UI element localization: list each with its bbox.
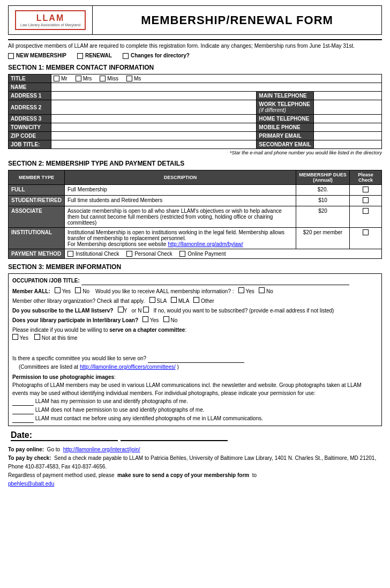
aall-yes-cb[interactable] (55, 287, 61, 293)
photo-opt1-text: LLAM has my permission to use and identi… (35, 398, 188, 404)
logo: LLAM Law Library Association of Maryland (15, 10, 86, 30)
member-aall-label: Member AALL: (12, 288, 50, 294)
il-no-cb[interactable] (163, 316, 169, 322)
aall-no-cb[interactable] (75, 287, 81, 293)
aall-question: Would you like to receive AALL membershi… (95, 288, 234, 294)
aall-rcv-no: No (266, 288, 273, 294)
other-label: Other (201, 298, 214, 304)
secondary-email-label: SECONDARY EMAIL (257, 140, 313, 149)
zip-input[interactable] (51, 132, 257, 140)
il-yes-label: Yes (150, 317, 159, 323)
address3-input[interactable] (51, 115, 257, 123)
section2-title: SECTION 2: MEMBERSHIP TYPE AND PAYMENT D… (8, 160, 382, 167)
to-text: to (252, 472, 257, 478)
committee-yes-label: Yes (20, 335, 28, 341)
listserv-y-cb[interactable] (118, 307, 124, 312)
col-check: Please Check (350, 170, 382, 185)
changes-checkbox[interactable]: Changes for directory? (123, 52, 190, 59)
aall-rcv-no-cb[interactable] (259, 287, 265, 293)
logo-box: LLAM Law Library Association of Maryland (9, 6, 93, 34)
renewal-checkbox[interactable]: RENEWAL (77, 52, 112, 59)
occupation-row: OCCUPATION /JOB TITLE: (12, 277, 378, 285)
address3-row: ADDRESS 3 HOME TELEPHONE (9, 115, 382, 123)
address1-label: ADDRESS 1 (9, 92, 51, 100)
full-check[interactable] (350, 185, 382, 196)
institutional-desc: Institutional Membership is open to inst… (64, 228, 296, 249)
committee-not-cb[interactable] (34, 334, 40, 340)
aall-no-label: No (82, 288, 89, 294)
photo-opt3-line[interactable] (12, 414, 34, 423)
home-tel-label: HOME TELEPHONE (257, 115, 313, 123)
address3-label: ADDRESS 3 (9, 115, 51, 123)
address1-row: ADDRESS 1 MAIN TELEPHONE (9, 92, 382, 100)
section1-title: SECTION 1: MEMBER CONTACT INFORMATION (8, 64, 382, 71)
title-options: Mr Mrs Miss Ms (54, 76, 379, 81)
full-row: FULL Full Membership $20. (9, 185, 382, 196)
work-tel-label: WORK TELEPHONE (if different) (257, 100, 313, 115)
listserv-n-cb[interactable] (143, 307, 149, 312)
photo-title: Permission to use photographic images (12, 374, 114, 380)
contact-table: TITLE Mr Mrs Miss Ms NAME ADDRESS 1 MAIN… (8, 74, 382, 149)
institutional-check[interactable] (350, 228, 382, 249)
committees-note: (Committees are listed at http://llamonl… (12, 364, 179, 370)
home-tel-input[interactable] (313, 115, 381, 123)
secondary-email-input[interactable] (313, 140, 381, 149)
town-row: TOWN/CITY MOBILE PHONE (9, 123, 382, 132)
mr-option[interactable]: Mr (54, 76, 68, 81)
town-input[interactable] (51, 123, 257, 132)
interlibrary-q: Does your library participate in Interli… (12, 317, 138, 323)
main-tel-label: MAIN TELEPHONE (257, 92, 313, 100)
photo-opt3-text: LLAM must contact me before using any id… (35, 415, 263, 421)
mla-cb[interactable] (171, 297, 177, 303)
ms-option[interactable]: Ms (126, 76, 141, 81)
photo-opt2-line[interactable] (12, 406, 34, 414)
name-row: NAME (9, 83, 382, 92)
payment-options[interactable]: Institutional Check Personal Check Onlin… (64, 249, 381, 259)
job-label: JOB TITLE: (9, 140, 51, 149)
committee-yes-cb[interactable] (12, 334, 18, 340)
listserv-follow: If no, would you want to be subscribed? … (154, 308, 334, 314)
col-desc: DESCRIPTION (64, 170, 296, 185)
directory-note: *Star the e-mail and phone number you wo… (8, 150, 382, 155)
address1-input[interactable] (51, 92, 257, 100)
miss-option[interactable]: Miss (100, 76, 118, 81)
sla-cb[interactable] (149, 297, 155, 303)
name-input[interactable] (51, 83, 382, 92)
full-desc: Full Membership (64, 185, 296, 196)
committee-row: Please indicate if you would be willing … (12, 326, 378, 342)
photo-opt1-line[interactable] (12, 397, 34, 406)
other-library-label: Member other library organization? Check… (12, 298, 145, 304)
associate-check[interactable] (350, 206, 382, 228)
payment-method-row: PAYMENT METHOD Institutional Check Perso… (9, 249, 382, 259)
aall-rcv-yes-cb[interactable] (238, 287, 244, 293)
work-tel-input[interactable] (313, 100, 381, 115)
online-text: Go to (47, 446, 60, 452)
online-payment-label: Online Payment (188, 251, 226, 257)
regardless-text: Regardless of payment method used, pleas… (8, 472, 114, 478)
online-url[interactable]: http://llamonline.org/interact/join/ (63, 446, 140, 452)
student-check[interactable] (350, 196, 382, 206)
job-input[interactable] (51, 140, 257, 149)
new-membership-checkbox[interactable]: NEW MEMBERSHIP (8, 52, 66, 59)
address2-input[interactable] (51, 100, 257, 115)
section3-box: OCCUPATION /JOB TITLE: Member AALL: Yes … (8, 273, 382, 426)
main-tel-input[interactable] (313, 92, 381, 100)
footer-email[interactable]: pbehles@ubalt.edu (8, 481, 54, 487)
specific-committee-input[interactable] (148, 354, 244, 363)
full-dues: $20. (296, 185, 350, 196)
associate-dues: $20 (296, 206, 350, 228)
mobile-input[interactable] (313, 123, 381, 132)
il-yes-cb[interactable] (142, 316, 148, 322)
aall-rcv-yes: Yes (246, 288, 254, 294)
primary-email-input[interactable] (313, 132, 381, 140)
occupation-input[interactable] (81, 277, 349, 285)
other-cb[interactable] (193, 297, 199, 303)
membership-table: MEMBER TYPE DESCRIPTION MEMBERSHIP DUES … (8, 170, 382, 259)
form-title: MEMBERSHIP/RENEWAL FORM (93, 8, 381, 33)
title-input[interactable]: Mr Mrs Miss Ms (51, 75, 382, 83)
il-no-label: No (170, 317, 177, 323)
date-input[interactable] (121, 430, 228, 441)
sla-label: SLA (156, 298, 166, 304)
mrs-option[interactable]: Mrs (76, 76, 92, 81)
listserv-y-label: Y (124, 308, 128, 314)
